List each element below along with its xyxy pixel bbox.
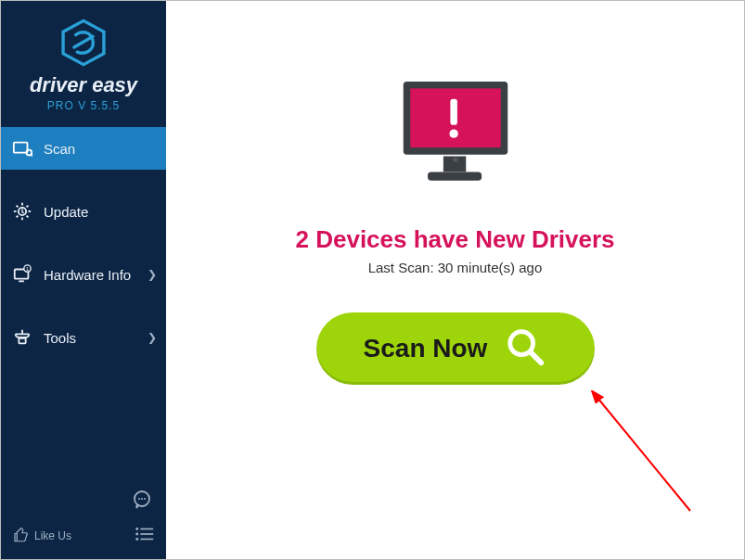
svg-rect-35 <box>428 172 482 180</box>
svg-line-13 <box>27 206 29 208</box>
hardware-icon: 1 <box>12 264 32 285</box>
brand-name: driver easy <box>1 73 166 97</box>
sidebar-nav: Scan Update 1 Hardware Info ❯ Tools ❯ <box>1 127 166 516</box>
svg-line-12 <box>17 216 19 218</box>
sidebar-item-tools[interactable]: Tools ❯ <box>1 316 166 359</box>
update-icon <box>12 201 32 222</box>
sidebar-item-update[interactable]: Update <box>1 190 166 233</box>
like-us-button[interactable]: Like Us <box>12 527 71 546</box>
brand-version: PRO V 5.5.5 <box>1 99 166 112</box>
thumbs-up-icon <box>12 527 29 546</box>
svg-point-33 <box>449 129 457 137</box>
svg-point-22 <box>141 498 143 500</box>
sidebar-item-label: Scan <box>44 141 75 157</box>
scan-now-button[interactable]: Scan Now <box>316 312 595 385</box>
sidebar-item-label: Hardware Info <box>44 267 131 283</box>
like-label: Like Us <box>34 529 71 542</box>
svg-rect-2 <box>14 143 28 153</box>
sidebar-item-hardware[interactable]: 1 Hardware Info ❯ <box>1 253 166 296</box>
tools-icon <box>12 327 32 348</box>
magnifier-icon <box>504 325 546 372</box>
sidebar-item-label: Tools <box>44 330 76 346</box>
status-headline: 2 Devices have New Drivers <box>166 225 744 254</box>
brand-block: driver easy PRO V 5.5.5 <box>1 1 166 121</box>
svg-point-28 <box>135 538 138 541</box>
svg-point-21 <box>138 498 140 500</box>
svg-rect-18 <box>19 338 25 344</box>
sidebar-item-label: Update <box>44 204 88 220</box>
main-panel: 2 Devices have New Drivers Last Scan: 30… <box>166 1 744 559</box>
sidebar: driver easy PRO V 5.5.5 Scan Update 1 Ha… <box>1 1 166 559</box>
chat-icon[interactable] <box>131 489 153 515</box>
svg-point-36 <box>453 157 458 162</box>
svg-rect-15 <box>19 280 23 282</box>
svg-line-38 <box>531 352 542 363</box>
sidebar-item-scan[interactable]: Scan <box>1 127 166 170</box>
monitor-alert-icon <box>386 66 525 209</box>
svg-line-11 <box>27 216 29 218</box>
scan-now-label: Scan Now <box>364 334 488 363</box>
scan-icon <box>12 138 32 159</box>
svg-line-1 <box>74 36 93 47</box>
svg-point-23 <box>144 498 146 500</box>
svg-point-24 <box>135 528 138 530</box>
annotation-arrow <box>588 390 709 529</box>
svg-text:1: 1 <box>26 266 29 272</box>
svg-line-4 <box>31 155 32 157</box>
svg-line-10 <box>17 206 19 208</box>
svg-rect-32 <box>450 99 457 125</box>
svg-point-26 <box>135 533 138 536</box>
app-logo-icon <box>58 18 109 71</box>
chevron-right-icon: ❯ <box>148 268 157 281</box>
last-scan-text: Last Scan: 30 minute(s) ago <box>166 260 744 275</box>
svg-line-39 <box>597 398 690 511</box>
menu-list-icon[interactable] <box>135 526 155 546</box>
chevron-right-icon: ❯ <box>148 331 157 344</box>
